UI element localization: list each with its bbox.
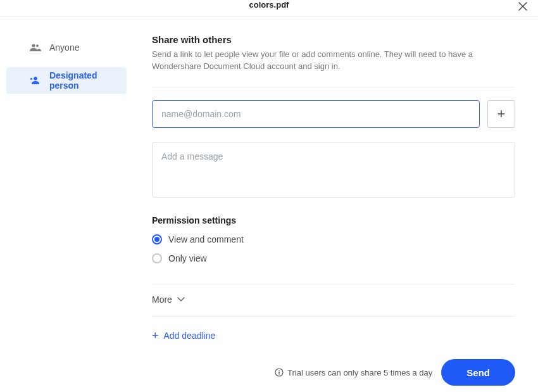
person-add-icon: [29, 75, 42, 85]
add-recipient-button[interactable]: +: [487, 100, 515, 128]
close-button[interactable]: [516, 0, 529, 13]
radio-label: View and comment: [168, 234, 244, 244]
svg-point-2: [34, 77, 37, 80]
divider: [152, 284, 515, 284]
permission-title: Permission settings: [152, 215, 515, 225]
plus-icon: +: [152, 329, 159, 343]
share-title: Share with others: [152, 34, 515, 45]
radio-view-and-comment[interactable]: View and comment: [152, 234, 515, 244]
email-row: +: [152, 100, 515, 128]
add-deadline-button[interactable]: + Add deadline: [152, 329, 515, 343]
radio-only-view[interactable]: Only view: [152, 253, 515, 263]
trial-note: Trial users can only share 5 times a day: [275, 368, 432, 377]
share-description: Send a link to let people view your file…: [152, 49, 515, 73]
dialog-body: Anyone Designated person Share with othe…: [0, 16, 538, 392]
radio-icon: [152, 253, 162, 263]
email-input[interactable]: [152, 100, 480, 128]
content-panel: Share with others Send a link to let peo…: [133, 16, 538, 392]
trial-note-text: Trial users can only share 5 times a day: [287, 368, 432, 377]
radio-icon: [152, 234, 162, 244]
svg-point-1: [36, 44, 39, 47]
svg-point-3: [30, 78, 32, 80]
more-label: More: [152, 294, 172, 305]
send-button[interactable]: Send: [441, 359, 515, 386]
group-icon: [29, 42, 42, 53]
info-icon: [275, 368, 284, 377]
dialog-header: colors.pdf: [0, 0, 538, 16]
plus-icon: +: [497, 106, 506, 122]
footer: Trial users can only share 5 times a day…: [275, 359, 515, 386]
dialog-title: colors.pdf: [249, 0, 289, 9]
sidebar-item-designated-person[interactable]: Designated person: [6, 67, 127, 94]
close-icon: [518, 2, 527, 11]
message-input[interactable]: [152, 142, 515, 198]
add-deadline-label: Add deadline: [164, 331, 216, 341]
sidebar-item-label: Anyone: [49, 42, 79, 53]
sidebar-item-anyone[interactable]: Anyone: [6, 34, 127, 61]
divider: [152, 316, 515, 317]
radio-label: Only view: [168, 253, 207, 263]
divider: [152, 87, 515, 87]
chevron-down-icon: [177, 297, 185, 302]
sidebar: Anyone Designated person: [0, 16, 133, 392]
svg-point-0: [32, 44, 35, 47]
more-toggle[interactable]: More: [152, 294, 515, 305]
sidebar-item-label: Designated person: [49, 70, 115, 91]
